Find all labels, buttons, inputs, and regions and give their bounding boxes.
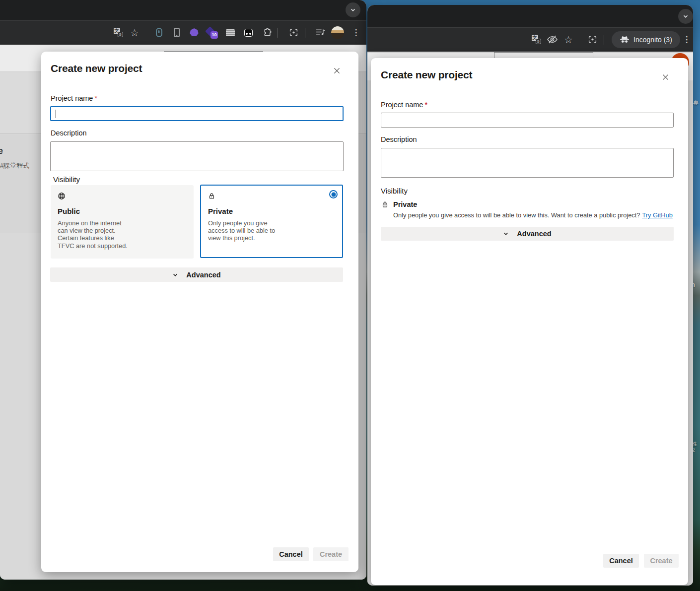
bookmark-star-icon[interactable]: ☆ [562,28,575,51]
description-label: Description [51,129,87,137]
project-name-input[interactable] [381,113,674,128]
browser-window-left: 文 G ☆ 10 [0,0,366,580]
incognito-badge[interactable]: Incognito (3) [612,31,680,48]
desc-line: Only people you give [208,219,335,227]
dialog-title: Create new project [51,63,142,74]
public-card-description: Anyone on the internet can view the proj… [58,219,187,250]
extension-phone-icon[interactable] [171,21,183,44]
queue-shape [316,28,325,37]
required-asterisk: * [424,101,427,109]
browser-menu-icon[interactable]: ⋮ [681,28,692,51]
bookmark-star-icon[interactable]: ☆ [128,21,141,44]
incognito-icon [620,36,630,44]
create-button[interactable]: Create [313,547,349,561]
desc-line: access to will be able to [208,227,335,234]
browser-window-right: 文 G ☆ Incognito (3) ⋮ Create n [367,5,693,586]
translate-icon[interactable]: 文 G [530,28,542,51]
project-name-input[interactable] [50,106,344,121]
phone-shape [174,28,180,37]
private-description: Only people you give access to will be a… [393,211,673,219]
advanced-toggle[interactable]: Advanced [381,227,674,241]
toolbar-separator [277,28,278,38]
project-name-label: Project name* [51,94,97,102]
lens-shape [289,28,298,37]
tab-search-chevron-button[interactable] [678,9,693,24]
chevron-down-icon [172,272,178,278]
close-button[interactable] [331,65,343,76]
desktop: 專 n 性 z 文 G ☆ 10 [0,0,700,591]
desc-line: view this project. [208,234,335,242]
globe-icon [58,192,66,200]
close-icon [333,66,341,75]
close-button[interactable] [659,71,671,83]
badge-wrap: 10 [206,27,218,39]
extension-badge-count: 10 [210,31,218,39]
description-textarea[interactable] [50,141,344,171]
private-card-title: Private [208,207,335,215]
tab-search-chevron-button[interactable] [346,2,360,17]
desc-line: can view the project. [58,227,187,234]
visibility-card-public[interactable]: Public Anyone on the internet can view t… [51,185,194,259]
create-button[interactable]: Create [644,554,679,568]
extension-robot-icon[interactable] [242,21,254,44]
star-glyph: ☆ [564,35,573,45]
robot-face-shape [244,29,253,37]
lock-icon [381,201,389,208]
lens-shape [588,35,597,44]
description-textarea[interactable] [381,148,674,178]
label-text: Project name [381,101,423,109]
lock-icon [208,193,215,200]
extensions-puzzle-icon[interactable] [260,21,273,44]
background-hashtag-text: #課堂程式 [0,161,29,170]
dialog-title: Create new project [381,69,472,81]
close-icon [661,73,670,81]
tab-strip [0,0,366,20]
extension-mouse-icon[interactable] [153,21,165,44]
screenshot-lens-icon[interactable] [586,28,599,51]
star-glyph: ☆ [130,28,139,38]
toolbar-separator [604,35,604,45]
media-queue-icon[interactable] [314,21,327,44]
screenshot-lens-icon[interactable] [287,21,300,44]
advanced-label: Advanced [517,230,551,238]
chevron-down-icon [683,13,689,19]
cancel-button[interactable]: Cancel [273,547,309,561]
avatar-image [331,26,344,39]
desc-line: Anyone on the internet [58,219,187,227]
text-caret [56,110,56,118]
mouse-shape [156,28,162,37]
puzzle-shape [262,28,272,37]
kebab-glyph: ⋮ [352,28,360,37]
heptagon-shape [189,28,199,38]
public-card-title: Public [58,207,187,215]
cancel-button[interactable]: Cancel [603,554,639,568]
private-visibility-row: Private [381,200,417,208]
background-heading-fragment: e [0,146,3,156]
translate-icon[interactable]: 文 G [112,21,124,44]
striped-shape [226,29,235,36]
advanced-toggle[interactable]: Advanced [50,267,343,282]
extension-heptagon-icon[interactable] [188,21,201,44]
eye-hidden-icon[interactable] [545,28,559,51]
label-text: Project name [51,94,93,102]
try-github-link[interactable]: Try GitHub [642,211,672,219]
browser-toolbar: 文 G ☆ Incognito (3) ⋮ [367,27,693,52]
chevron-down-icon [503,231,509,237]
desc-line: Certain features like [58,234,187,242]
visibility-card-private[interactable]: Private Only people you give access to w… [200,185,343,258]
required-asterisk: * [94,94,97,102]
browser-menu-icon[interactable]: ⋮ [350,21,361,44]
browser-toolbar: 文 G ☆ 10 [0,20,366,45]
private-title: Private [393,200,417,208]
translate-front-glyph: G [536,39,541,44]
extension-badged-icon[interactable]: 10 [206,21,218,44]
profile-avatar[interactable] [331,21,345,44]
visibility-label: Visibility [53,175,80,184]
create-project-dialog-left: Create new project Project name* Descrip… [41,52,358,572]
create-project-dialog-right: Create new project Project name* Descrip… [371,58,688,585]
translate-front-glyph: G [118,32,123,37]
private-card-description: Only people you give access to will be a… [208,219,335,242]
extension-striped-icon[interactable] [224,21,236,44]
private-selected-radio[interactable] [329,190,338,198]
desc-line: TFVC are not supported. [58,242,187,250]
